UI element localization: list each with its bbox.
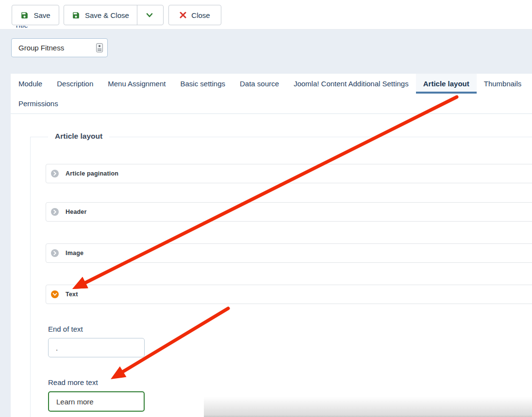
chevron-right-circle-icon — [51, 249, 59, 257]
tab-row-2: Permissions — [11, 94, 532, 113]
tab-thumbnails[interactable]: Thumbnails — [477, 74, 529, 94]
accordion-label: Text — [66, 291, 78, 298]
title-label-clipped: Title — [15, 26, 28, 31]
fieldset-legend: Article layout — [48, 132, 109, 141]
accordion-label: Image — [66, 250, 83, 257]
chevron-down-circle-icon — [51, 290, 59, 298]
read-more-text-input[interactable]: Learn more — [48, 391, 145, 412]
tab-data-source[interactable]: Data source — [233, 74, 286, 94]
tab-module[interactable]: Module — [11, 74, 50, 94]
tab-permissions[interactable]: Permissions — [11, 94, 66, 113]
title-input[interactable]: Group Fitness — [11, 38, 108, 57]
save-floppy-icon — [72, 11, 80, 19]
accordion-label: Article pagination — [66, 170, 118, 177]
save-floppy-icon — [20, 11, 29, 19]
title-input-value: Group Fitness — [12, 44, 96, 52]
save-close-button-group: Save & Close — [64, 5, 164, 25]
save-and-close-button[interactable]: Save & Close — [64, 5, 137, 25]
read-more-text-label: Read more text — [48, 378, 98, 386]
tab-description[interactable]: Description — [50, 74, 100, 94]
end-of-text-value: . — [49, 344, 58, 352]
end-of-text-label: End of text — [48, 325, 83, 333]
accordion-label: Header — [66, 208, 87, 215]
chevron-right-circle-icon — [51, 170, 59, 177]
tab-joomla-content-additional-settings[interactable]: Joomla! Content Additional Settings — [286, 74, 416, 94]
autofill-extension-icon[interactable] — [96, 43, 103, 52]
toolbar: Save Save & Close Close — [0, 0, 532, 30]
accordion-image[interactable]: Image — [46, 243, 532, 263]
page-background-left-strip — [0, 74, 11, 417]
read-more-text-value: Learn more — [49, 398, 94, 406]
save-button-label: Save — [33, 11, 50, 19]
accordion-article-pagination[interactable]: Article pagination — [46, 164, 532, 183]
chevron-right-circle-icon — [51, 208, 59, 216]
joomla-module-edit-screen: Save Save & Close Close Title Group Fitn… — [0, 0, 532, 417]
tab-basic-settings[interactable]: Basic settings — [173, 74, 233, 94]
close-button-label: Close — [191, 11, 210, 19]
settings-tabbar: Module Description Menu Assignment Basic… — [11, 74, 532, 114]
tab-article-layout-active[interactable]: Article layout — [416, 74, 477, 94]
chevron-down-icon — [146, 11, 153, 19]
save-and-close-label: Save & Close — [85, 11, 129, 19]
close-x-icon — [180, 12, 186, 18]
close-button[interactable]: Close — [168, 5, 221, 25]
tab-row-1: Module Description Menu Assignment Basic… — [11, 74, 532, 94]
save-options-dropdown-toggle[interactable] — [137, 5, 162, 25]
tab-menu-assignment[interactable]: Menu Assignment — [100, 74, 173, 94]
end-of-text-input[interactable]: . — [48, 338, 145, 357]
accordion-header[interactable]: Header — [46, 202, 532, 222]
save-button[interactable]: Save — [12, 5, 59, 25]
accordion-text-expanded[interactable]: Text — [46, 285, 532, 304]
